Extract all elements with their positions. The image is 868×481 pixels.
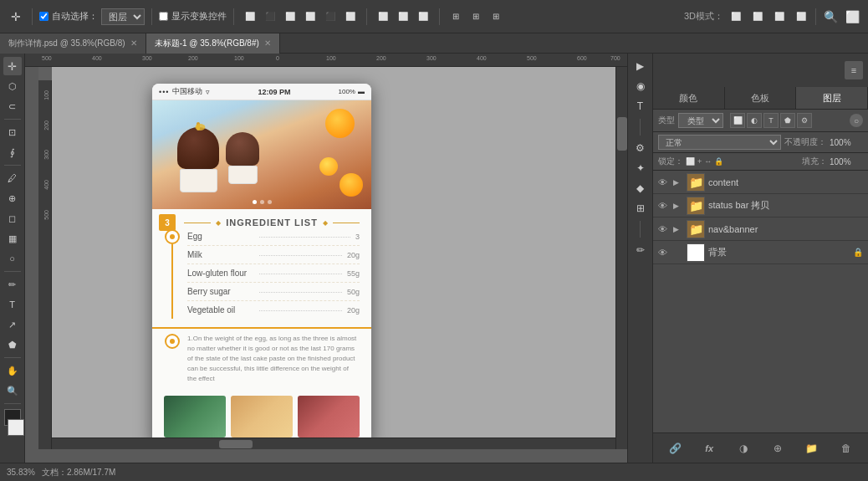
filter-shape-icon[interactable]: ⬟	[780, 113, 795, 128]
3d-icon2[interactable]: ⬜	[748, 8, 767, 26]
tool-sep-4	[4, 357, 21, 358]
tab-layers[interactable]: 图层	[796, 87, 868, 109]
layer-eye-content[interactable]: 👁	[658, 177, 670, 187]
align-bottom-icon[interactable]: ⬜	[341, 8, 360, 26]
search-icon[interactable]: 🔍	[821, 8, 840, 26]
ruler-num-100b: 100	[326, 55, 336, 61]
right-tool-5[interactable]: ✦	[631, 159, 650, 177]
layer-navbanner[interactable]: 👁 ▶ 📁 nav&banner	[653, 217, 868, 241]
grid-icon[interactable]: ⊞	[447, 8, 465, 26]
fx-icon[interactable]: fx	[700, 439, 718, 458]
layer-expand-statusbar[interactable]: ▶	[673, 202, 683, 210]
grid2-icon[interactable]: ⊞	[467, 8, 485, 26]
align-right-icon[interactable]: ⬜	[281, 8, 299, 26]
eraser-tool[interactable]: ◻	[3, 209, 22, 228]
hand-tool[interactable]: ✋	[3, 361, 22, 380]
lock-btn-3[interactable]: ↔	[704, 157, 712, 166]
clone-tool[interactable]: ⊕	[3, 189, 22, 207]
blend-mode-select[interactable]: 正常	[658, 135, 781, 150]
gradient-tool[interactable]: ▦	[3, 229, 22, 248]
layer-expand-content[interactable]: ▶	[673, 178, 683, 187]
tab-color[interactable]: 颜色	[653, 87, 725, 109]
layer-select[interactable]: 图层	[101, 8, 145, 25]
scroll-thumb-h[interactable]	[219, 440, 253, 448]
tab-swatches[interactable]: 色板	[725, 87, 797, 109]
scrollbar-vertical[interactable]	[615, 67, 627, 449]
eyedrop-tool[interactable]: ∮	[3, 143, 22, 161]
tab-psd[interactable]: 制作详情.psd @ 35.8%(RGB/8) ✕	[0, 33, 146, 54]
layer-eye-bg[interactable]: 👁	[658, 248, 670, 258]
selection-tool[interactable]: ✛	[3, 57, 22, 75]
zoom-tool[interactable]: 🔍	[3, 381, 22, 400]
layer-eye-navbanner[interactable]: 👁	[658, 224, 670, 234]
background-color[interactable]	[8, 419, 24, 436]
orange-2	[340, 173, 363, 197]
layer-thumb-content: 📁	[687, 173, 705, 192]
scroll-thumb-v[interactable]	[617, 117, 627, 151]
align-left-icon[interactable]: ⬜	[241, 8, 259, 26]
layer-eye-statusbar[interactable]: 👁	[658, 201, 670, 211]
align-center-icon[interactable]: ⬛	[261, 8, 279, 26]
shape-tool[interactable]: ⬟	[3, 335, 22, 354]
adjustment-icon[interactable]: ⊕	[768, 439, 787, 458]
3d-icon3[interactable]: ⬜	[770, 8, 789, 26]
lock-btn-1[interactable]: ⬜	[686, 157, 695, 166]
crop-tool[interactable]: ⊡	[3, 123, 22, 141]
align-middle-icon[interactable]: ⬛	[321, 8, 340, 26]
ruler-v-num-400: 400	[38, 178, 51, 192]
tab-untitled-close[interactable]: ✕	[264, 38, 271, 48]
pen-tool[interactable]: ✏	[3, 275, 22, 294]
dist-icon2[interactable]: ⬜	[414, 8, 432, 26]
align-top-icon[interactable]: ⬜	[301, 8, 319, 26]
mask-icon[interactable]: ◑	[734, 439, 753, 458]
top-toolbar: ✛ 自动选择： 图层 显示变换控件 ⬜ ⬛ ⬜ ⬜ ⬛ ⬜ ⬜ ⬜ ⬜ ⊞ ⊞ …	[0, 0, 868, 33]
link-icon[interactable]: 🔗	[666, 439, 684, 458]
lock-btn-4[interactable]: 🔒	[714, 157, 723, 166]
text-tool[interactable]: T	[3, 295, 22, 314]
dist-v-icon[interactable]: ⬜	[394, 8, 412, 26]
brush-tool[interactable]: 🖊	[3, 169, 22, 187]
rt-icon-1[interactable]: ≡	[845, 61, 863, 79]
ingredient-dots-flour	[259, 274, 342, 274]
right-tool-7[interactable]: ⊞	[631, 199, 650, 217]
right-tool-4[interactable]: ⚙	[631, 139, 650, 157]
right-tool-8[interactable]: ✏	[631, 241, 650, 259]
filter-smart-icon[interactable]: ⚙	[797, 113, 812, 128]
fill-label: 填充：	[802, 156, 827, 167]
filter-icons-group: ⬜ ◐ T ⬟ ⚙	[730, 113, 812, 128]
layer-background[interactable]: 👁 ▶ 背景 🔒	[653, 241, 868, 264]
delete-icon[interactable]: 🗑	[837, 439, 855, 458]
panel-icon[interactable]: ⬜	[843, 8, 861, 26]
tab-untitled[interactable]: 未标题-1 @ 35.8%(RGB/8#) ✕	[146, 33, 280, 54]
right-tool-6[interactable]: ◆	[631, 179, 650, 197]
ingredient-dots-egg	[259, 237, 350, 238]
right-tool-1[interactable]: ▶	[631, 57, 650, 75]
filter-pixel-icon[interactable]: ⬜	[730, 113, 745, 128]
filter-type-select[interactable]: 类型	[678, 113, 723, 128]
folder-icon[interactable]: 📁	[803, 439, 821, 458]
lock-btn-2[interactable]: +	[697, 157, 702, 166]
right-tool-2[interactable]: ◉	[631, 77, 650, 95]
layer-content[interactable]: 👁 ▶ 📁 content	[653, 171, 868, 194]
dist-h-icon[interactable]: ⬜	[374, 8, 392, 26]
marquee-tool[interactable]: ⬡	[3, 77, 22, 95]
3d-icon4[interactable]: ⬜	[792, 8, 810, 26]
grid3-icon[interactable]: ⊞	[487, 8, 505, 26]
3d-icon[interactable]: ⬜	[727, 8, 745, 26]
lasso-tool[interactable]: ⊂	[3, 97, 22, 115]
nav-dots	[152, 200, 371, 204]
layer-expand-navbanner[interactable]: ▶	[673, 225, 683, 233]
filter-adjust-icon[interactable]: ◐	[747, 113, 762, 128]
show-transform-checkbox[interactable]	[159, 12, 168, 21]
filter-text-icon[interactable]: T	[763, 113, 779, 128]
scrollbar-horizontal[interactable]	[52, 438, 615, 449]
auto-select-checkbox[interactable]	[39, 12, 49, 21]
move-tool-icon[interactable]: ✛	[7, 8, 25, 26]
tab-psd-close[interactable]: ✕	[130, 38, 137, 48]
path-tool[interactable]: ↗	[3, 315, 22, 334]
dodge-tool[interactable]: ○	[3, 249, 22, 268]
right-tool-3[interactable]: T	[631, 97, 650, 115]
ruler-v-num-500: 500	[38, 208, 51, 222]
layer-statusbar[interactable]: 👁 ▶ 📁 status bar 拷贝	[653, 194, 868, 217]
filter-toggle[interactable]: ○	[850, 114, 863, 127]
